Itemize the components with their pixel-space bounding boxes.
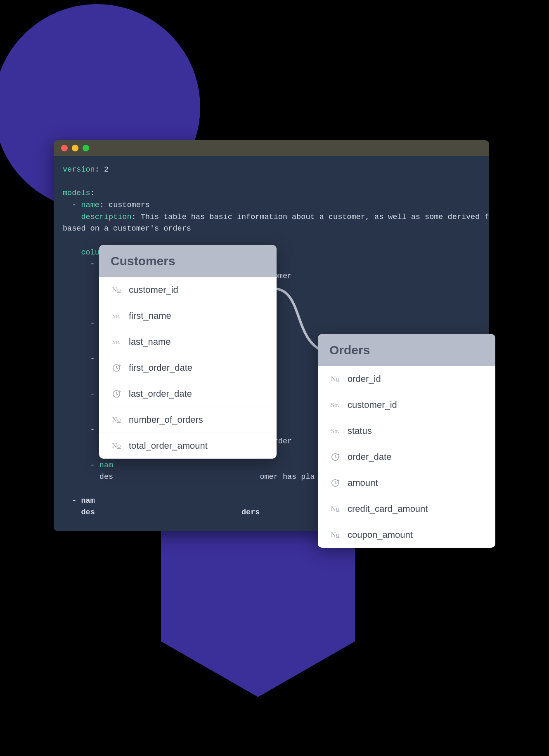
date-type-icon [331, 452, 340, 462]
orders-column-row: Str.status [318, 418, 495, 444]
number-type-icon: No [331, 505, 340, 513]
minimize-icon [72, 145, 78, 151]
orders-column-row: order_date [318, 444, 495, 470]
string-type-icon: Str. [112, 313, 121, 320]
close-icon [61, 145, 68, 151]
customers-column-row: last_order_date [99, 381, 277, 407]
string-type-icon: Str. [112, 339, 121, 346]
column-name: last_order_date [129, 389, 192, 399]
date-type-icon [112, 389, 121, 398]
number-type-icon: No [112, 442, 121, 450]
number-type-icon: No [112, 286, 121, 294]
column-name: status [348, 426, 372, 436]
orders-column-row: Noorder_id [318, 366, 495, 392]
string-type-icon: Str. [331, 428, 339, 435]
column-name: coupon_amount [348, 530, 413, 540]
maximize-icon [83, 145, 89, 151]
orders-column-row: amount [318, 470, 495, 496]
orders-table-card: Orders Noorder_idStr.customer_idStr.stat… [318, 334, 495, 548]
customers-column-row: Nonumber_of_orders [99, 407, 277, 433]
terminal-titlebar [54, 140, 489, 156]
customers-column-row: Nocustomer_id [99, 277, 277, 303]
customers-column-row: Str.last_name [99, 329, 277, 355]
column-name: amount [348, 478, 378, 488]
number-type-icon: No [331, 375, 340, 383]
column-name: credit_card_amount [348, 504, 428, 514]
date-type-icon [331, 478, 340, 488]
orders-column-row: Nocoupon_amount [318, 522, 495, 548]
customers-column-row: first_order_date [99, 355, 277, 381]
column-name: customer_id [348, 400, 397, 410]
column-name: first_name [129, 311, 171, 321]
number-type-icon: No [331, 531, 340, 539]
orders-card-title: Orders [318, 334, 495, 366]
column-name: customer_id [129, 285, 178, 295]
customers-column-row: Str.first_name [99, 303, 277, 329]
customers-column-row: Nototal_order_amount [99, 433, 277, 459]
column-name: first_order_date [129, 363, 192, 373]
column-name: order_id [348, 374, 381, 384]
column-name: last_name [129, 337, 171, 347]
string-type-icon: Str. [331, 402, 339, 409]
date-type-icon [112, 363, 121, 372]
column-name: total_order_amount [129, 440, 208, 451]
number-type-icon: No [112, 416, 121, 424]
column-name: number_of_orders [129, 415, 203, 425]
customers-table-card: Customers Nocustomer_idStr.first_nameStr… [99, 245, 277, 459]
orders-column-row: Nocredit_card_amount [318, 496, 495, 522]
customers-card-title: Customers [99, 245, 277, 277]
column-name: order_date [348, 452, 391, 462]
orders-column-row: Str.customer_id [318, 392, 495, 418]
